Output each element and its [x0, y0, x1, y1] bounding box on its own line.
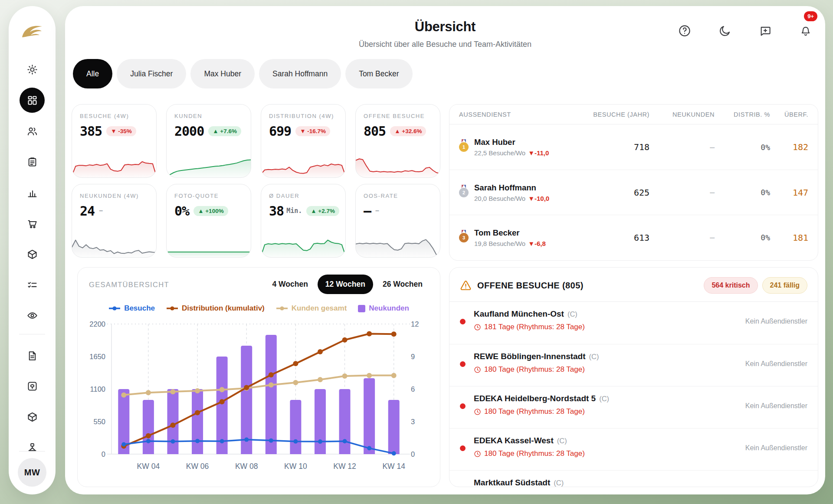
chart-point-kunden-gesamt [391, 373, 397, 378]
team-member-name: Tom Becker [474, 228, 546, 238]
kpi-sparkline [72, 151, 156, 177]
kpi-sparkline [167, 151, 251, 177]
assignee-label: Kein Außendienstler [745, 486, 807, 487]
chart-bar-kw-13 [364, 378, 375, 454]
chart-point-kunden-gesamt [342, 373, 348, 379]
document-icon [26, 350, 38, 362]
sidebar-item-dashboard[interactable] [20, 88, 45, 113]
team-row-sarah-hoffmann[interactable]: 2Sarah Hoffmann20,0 Besuche/Wo▼-10,0625–… [449, 170, 818, 215]
open-visit-item-edeka-kassel-west[interactable]: EDEKA Kassel-West(C)180 Tage (Rhythmus: … [449, 428, 818, 470]
chart-point-besuche [293, 439, 298, 444]
sidebar-item-bar-chart[interactable] [22, 182, 43, 203]
chart-point-besuche [220, 439, 224, 443]
assignee-label: Kein Außendienstler [745, 360, 807, 368]
offene-besuche-title: OFFENE BESUCHE (805) [477, 281, 584, 291]
kpi-delta-badge: ▲ +32.6% [390, 126, 426, 136]
sidebar-item-sun[interactable] [22, 59, 43, 80]
rate-delta: ▼-10,0 [528, 195, 549, 202]
team-row-tom-becker[interactable]: 3Tom Becker19,8 Besuche/Wo▼-6,8613–0%181 [449, 215, 818, 260]
chart-bar-kw-10 [290, 400, 301, 454]
open-visit-item-kaufland-münchen-ost[interactable]: Kaufland München-Ost(C)181 Tage (Rhythmu… [449, 302, 818, 344]
critical-dot [460, 319, 466, 324]
warning-triangle-icon [460, 280, 472, 291]
open-visit-item-edeka-heidelberg-nordstadt-5[interactable]: EDEKA Heidelberg-Nordstadt 5(C)180 Tage … [449, 386, 818, 428]
sidebar: MW [9, 6, 56, 494]
legend-item-besuche[interactable]: Besuche [108, 304, 155, 313]
sidebar-item-cart[interactable] [22, 213, 43, 234]
users-icon [26, 125, 38, 137]
x-tick-label: KW 12 [333, 462, 356, 471]
chart-point-besuche [392, 451, 396, 455]
table-header-row: AUSSENDIENSTBESUCHE (JAHR)NEUKUNDENDISTR… [449, 105, 818, 124]
visits-year-value: 613 [574, 232, 649, 243]
sidebar-item-checklist[interactable] [22, 275, 43, 295]
help-icon [678, 24, 691, 37]
filter-pill-sarah-hoffmann[interactable]: Sarah Hoffmann [259, 59, 341, 88]
main-panel: Übersicht Übersicht über alle Besuche un… [65, 6, 825, 494]
kpi-label: DISTRIBUTION (4W) [269, 112, 338, 121]
chart-point-distribution-kumulativ [244, 385, 249, 390]
open-visit-item-marktkauf-südstadt[interactable]: Marktkauf Südstadt(C)180 Tage (Rhythmus:… [449, 470, 818, 487]
sidebar-item-users[interactable] [22, 121, 43, 141]
legend-line-marker [276, 306, 288, 311]
ueberf-value: 182 [770, 142, 808, 152]
sidebar-item-box-export-11[interactable] [22, 376, 43, 396]
dark-mode-toggle[interactable] [718, 23, 732, 38]
filter-pill-alle[interactable]: Alle [73, 59, 112, 88]
chart-bar-kw-06 [192, 389, 203, 454]
team-member-name: Sarah Hoffmann [474, 183, 549, 193]
chart-line-kunden-gesamt [124, 376, 394, 395]
chart-point-kunden-gesamt [146, 390, 151, 395]
chart-tab-4-wochen[interactable]: 4 Wochen [265, 275, 316, 294]
chart-point-besuche [269, 439, 273, 443]
column-header-besuche-jahr: BESUCHE (JAHR) [574, 111, 649, 118]
kpi-delta: – [99, 207, 103, 215]
rate-delta: ▼-6,8 [528, 240, 546, 247]
sidebar-item-clipboard[interactable] [22, 151, 43, 172]
kpi-label: Ø DAUER [269, 192, 338, 200]
column-header-überf: ÜBERF. [770, 111, 808, 118]
user-avatar[interactable]: MW [18, 458, 46, 487]
dashboard-icon [26, 95, 38, 106]
kpi-label: OFFENE BESUCHE [364, 112, 432, 121]
sidebar-item-eye[interactable] [22, 305, 43, 326]
column-header-aussendienst: AUSSENDIENST [459, 111, 574, 118]
offene-besuche-header: OFFENE BESUCHE (805) 564 kritisch241 fäl… [449, 268, 818, 302]
legend-item-distribution-kumulativ[interactable]: Distribution (kumulativ) [166, 304, 265, 313]
critical-dot [460, 361, 466, 367]
distrib-value: 0% [715, 188, 770, 197]
sidebar-item-package[interactable] [22, 244, 43, 265]
x-tick-label: KW 08 [235, 462, 258, 471]
team-member-rate: 22,5 Besuche/Wo▼-11,0 [474, 149, 549, 157]
notifications-button[interactable] [798, 23, 813, 38]
y-right-tick: 12 [411, 320, 419, 328]
legend-item-kunden-gesamt[interactable]: Kunden gesamt [276, 304, 347, 313]
overdue-days: 180 Tage (Rhythmus: 28 Tage) [474, 407, 718, 416]
help-button[interactable] [677, 23, 692, 38]
sidebar-item-package-12[interactable] [22, 406, 43, 427]
kpi-delta: – [375, 207, 379, 215]
notification-count-badge: 9+ [804, 11, 817, 21]
kpi-label: KUNDEN [174, 112, 243, 121]
legend-square-marker [358, 305, 365, 312]
open-visit-item-rewe-böblingen-innenstadt[interactable]: REWE Böblingen-Innenstadt(C)180 Tage (Rh… [449, 344, 818, 386]
legend-line-marker [166, 306, 178, 311]
clipboard-icon [26, 156, 38, 168]
feedback-button[interactable] [758, 23, 773, 38]
kpi-value: 2000 [174, 124, 204, 139]
filter-pill-max-huber[interactable]: Max Huber [190, 59, 255, 88]
bell-icon [799, 24, 812, 37]
team-member-name: Max Huber [474, 137, 549, 147]
legend-item-neukunden[interactable]: Neukunden [358, 304, 409, 313]
sidebar-item-document-10[interactable] [22, 345, 43, 366]
filter-pill-tom-becker[interactable]: Tom Becker [345, 59, 412, 88]
filter-pill-julia-fischer[interactable]: Julia Fischer [117, 59, 186, 88]
sidebar-item-sitemap-13[interactable] [22, 437, 43, 458]
team-row-max-huber[interactable]: 1Max Huber22,5 Besuche/Wo▼-11,0718–0%182 [449, 124, 818, 170]
chart-point-besuche [146, 439, 151, 443]
kpi-label: OOS-RATE [364, 192, 432, 200]
medal-rank-1-icon: 1 [459, 142, 469, 152]
kpi-card-neukunden-4w: NEUKUNDEN (4W)24– [72, 184, 157, 258]
chart-tab-12-wochen[interactable]: 12 Wochen [318, 275, 373, 294]
chart-tab-26-wochen[interactable]: 26 Wochen [375, 275, 430, 294]
